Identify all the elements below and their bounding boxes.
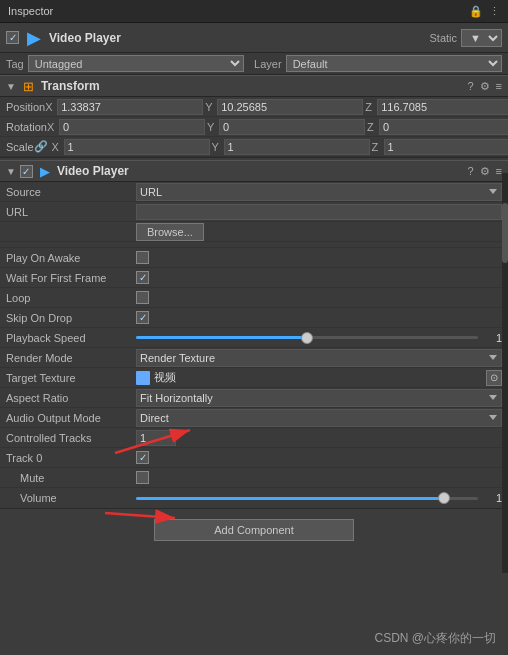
video-player-name: Video Player bbox=[57, 164, 464, 178]
video-icon: ▶ bbox=[40, 164, 50, 179]
play-on-awake-label: Play On Awake bbox=[6, 252, 136, 264]
rotation-label: Rotation bbox=[6, 121, 47, 133]
skip-on-drop-checkbox[interactable] bbox=[136, 311, 149, 324]
wait-for-first-frame-checkbox[interactable] bbox=[136, 271, 149, 284]
aspect-ratio-label: Aspect Ratio bbox=[6, 392, 136, 404]
static-dropdown[interactable]: ▼ bbox=[461, 29, 502, 47]
video-arrow[interactable]: ▼ bbox=[6, 166, 16, 177]
loop-checkbox[interactable] bbox=[136, 291, 149, 304]
aspect-ratio-row: Aspect Ratio Fit Horizontally bbox=[0, 388, 508, 408]
url-row: URL bbox=[0, 202, 508, 222]
layer-label: Layer bbox=[254, 58, 282, 70]
scale-y-input[interactable] bbox=[224, 139, 370, 155]
source-select[interactable]: URL bbox=[136, 183, 502, 201]
position-y-input[interactable] bbox=[217, 99, 363, 115]
rotation-z-item: Z bbox=[367, 119, 508, 135]
rotation-row: Rotation X Y Z bbox=[0, 117, 508, 137]
position-z-input[interactable] bbox=[377, 99, 508, 115]
transform-section: Position X Y Z Rotation bbox=[0, 97, 508, 158]
skip-on-drop-row: Skip On Drop bbox=[0, 308, 508, 328]
audio-output-mode-row: Audio Output Mode Direct bbox=[0, 408, 508, 428]
position-z-item: Z bbox=[365, 99, 508, 115]
transform-name: Transform bbox=[41, 79, 464, 93]
controlled-tracks-row: Controlled Tracks bbox=[0, 428, 508, 448]
settings-icon[interactable]: ⚙ bbox=[480, 80, 490, 93]
tag-select[interactable]: Untagged bbox=[28, 55, 244, 72]
watermark: CSDN @心疼你的一切 bbox=[374, 630, 496, 647]
transform-icons: ? ⚙ ≡ bbox=[467, 80, 502, 93]
source-label: Source bbox=[6, 186, 136, 198]
transform-arrow[interactable]: ▼ bbox=[6, 81, 16, 92]
tag-label: Tag bbox=[6, 58, 24, 70]
title-bar-label: Inspector bbox=[8, 5, 53, 17]
scale-x-input[interactable] bbox=[64, 139, 210, 155]
rx-axis-label: X bbox=[47, 121, 57, 133]
sz-axis-label: Z bbox=[372, 141, 382, 153]
playback-speed-label: Playback Speed bbox=[6, 332, 136, 344]
add-component-button[interactable]: Add Component bbox=[154, 519, 354, 541]
help-icon[interactable]: ? bbox=[467, 80, 473, 93]
scrollbar[interactable] bbox=[502, 173, 508, 573]
track0-checkbox[interactable] bbox=[136, 451, 149, 464]
sx-axis-label: X bbox=[52, 141, 62, 153]
go-enabled-checkbox[interactable] bbox=[6, 31, 19, 44]
mute-checkbox[interactable] bbox=[136, 471, 149, 484]
more-icon: ⋮ bbox=[489, 5, 500, 18]
browse-button[interactable]: Browse... bbox=[136, 223, 204, 241]
menu-icon[interactable]: ≡ bbox=[496, 80, 502, 93]
scale-row: Scale 🔗 X Y Z bbox=[0, 137, 508, 157]
video-settings-icon[interactable]: ⚙ bbox=[480, 165, 490, 178]
wait-for-first-frame-label: Wait For First Frame bbox=[6, 272, 136, 284]
go-icon: ▶ bbox=[27, 27, 41, 49]
rotation-fields: X Y Z bbox=[47, 119, 508, 135]
position-x-item: X bbox=[45, 99, 203, 115]
scale-z-input[interactable] bbox=[384, 139, 508, 155]
rotation-z-input[interactable] bbox=[379, 119, 508, 135]
video-player-header: ▼ ▶ Video Player ? ⚙ ≡ bbox=[0, 160, 508, 182]
playback-speed-track[interactable] bbox=[136, 336, 478, 339]
track0-label: Track 0 bbox=[6, 452, 136, 464]
target-texture-label: Target Texture bbox=[6, 372, 136, 384]
playback-speed-slider-container: 1 bbox=[136, 332, 502, 344]
url-input[interactable] bbox=[136, 204, 502, 220]
rotation-x-input[interactable] bbox=[59, 119, 205, 135]
ry-axis-label: Y bbox=[207, 121, 217, 133]
x-axis-label: X bbox=[45, 101, 55, 113]
playback-speed-value: 1 bbox=[482, 332, 502, 344]
texture-icon bbox=[136, 371, 150, 385]
aspect-ratio-select[interactable]: Fit Horizontally bbox=[136, 389, 502, 407]
browse-row: Browse... bbox=[0, 222, 508, 242]
volume-fill bbox=[136, 497, 444, 500]
loop-label: Loop bbox=[6, 292, 136, 304]
scale-label: Scale bbox=[6, 141, 34, 153]
playback-speed-thumb[interactable] bbox=[301, 332, 313, 344]
controlled-tracks-input[interactable] bbox=[136, 430, 176, 446]
video-enabled-checkbox[interactable] bbox=[20, 165, 33, 178]
y-axis-label: Y bbox=[205, 101, 215, 113]
video-help-icon[interactable]: ? bbox=[467, 165, 473, 178]
position-x-input[interactable] bbox=[57, 99, 203, 115]
scale-z-item: Z bbox=[372, 139, 508, 155]
source-row: Source URL bbox=[0, 182, 508, 202]
audio-output-mode-select[interactable]: Direct bbox=[136, 409, 502, 427]
texture-field: 视频 ⊙ bbox=[136, 370, 502, 386]
volume-thumb[interactable] bbox=[438, 492, 450, 504]
render-mode-select[interactable]: Render Texture bbox=[136, 349, 502, 367]
texture-circle-btn[interactable]: ⊙ bbox=[486, 370, 502, 386]
render-mode-row: Render Mode Render Texture bbox=[0, 348, 508, 368]
volume-track[interactable] bbox=[136, 497, 478, 500]
z-axis-label: Z bbox=[365, 101, 375, 113]
mute-row: Mute bbox=[0, 468, 508, 488]
layer-select[interactable]: Default bbox=[286, 55, 502, 72]
go-name: Video Player bbox=[49, 31, 425, 45]
playback-speed-row: Playback Speed 1 bbox=[0, 328, 508, 348]
position-y-item: Y bbox=[205, 99, 363, 115]
game-object-header: ▶ Video Player Static ▼ bbox=[0, 23, 508, 53]
transform-icon: ⊞ bbox=[23, 79, 34, 94]
scrollbar-thumb[interactable] bbox=[502, 203, 508, 263]
scale-link-icon: 🔗 bbox=[34, 140, 48, 153]
volume-slider-container: 1 bbox=[136, 492, 502, 504]
play-on-awake-checkbox[interactable] bbox=[136, 251, 149, 264]
rotation-y-input[interactable] bbox=[219, 119, 365, 135]
skip-on-drop-label: Skip On Drop bbox=[6, 312, 136, 324]
